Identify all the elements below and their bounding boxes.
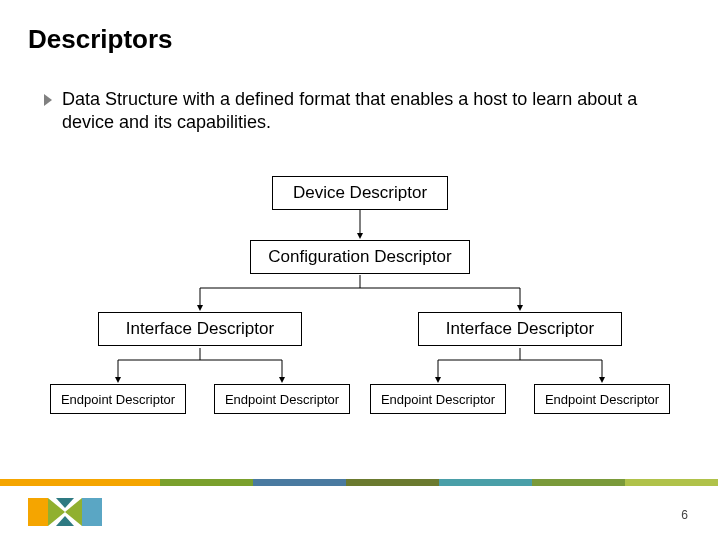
descriptor-hierarchy-diagram: Device Descriptor Configuration Descript… (0, 170, 720, 430)
node-endpoint-descriptor-4: Endpoint Descriptor (534, 384, 670, 414)
node-interface-descriptor-1: Interface Descriptor (98, 312, 302, 346)
band-seg (253, 479, 346, 486)
node-interface-descriptor-2: Interface Descriptor (418, 312, 622, 346)
band-seg (439, 479, 532, 486)
node-endpoint-descriptor-2: Endpoint Descriptor (214, 384, 350, 414)
node-device-descriptor: Device Descriptor (272, 176, 448, 210)
footer-color-band (0, 479, 720, 486)
band-seg (346, 479, 439, 486)
node-endpoint-descriptor-1: Endpoint Descriptor (50, 384, 186, 414)
bullet-item: Data Structure with a defined format tha… (44, 88, 676, 135)
node-endpoint-descriptor-3: Endpoint Descriptor (370, 384, 506, 414)
node-configuration-descriptor: Configuration Descriptor (250, 240, 470, 274)
logo-p-block (82, 498, 102, 526)
logo-n-block (28, 498, 48, 526)
page-number: 6 (681, 508, 688, 522)
logo-triangle-top (56, 498, 74, 508)
slide-title: Descriptors (28, 24, 173, 55)
logo-triangle-bottom (56, 516, 74, 526)
band-seg (532, 479, 625, 486)
nxp-logo (28, 496, 106, 528)
band-seg (0, 479, 160, 486)
bullet-marker-icon (44, 94, 52, 106)
bullet-text: Data Structure with a defined format tha… (62, 88, 676, 135)
slide: Descriptors Data Structure with a define… (0, 0, 720, 540)
band-seg (625, 479, 718, 486)
band-seg (160, 479, 253, 486)
